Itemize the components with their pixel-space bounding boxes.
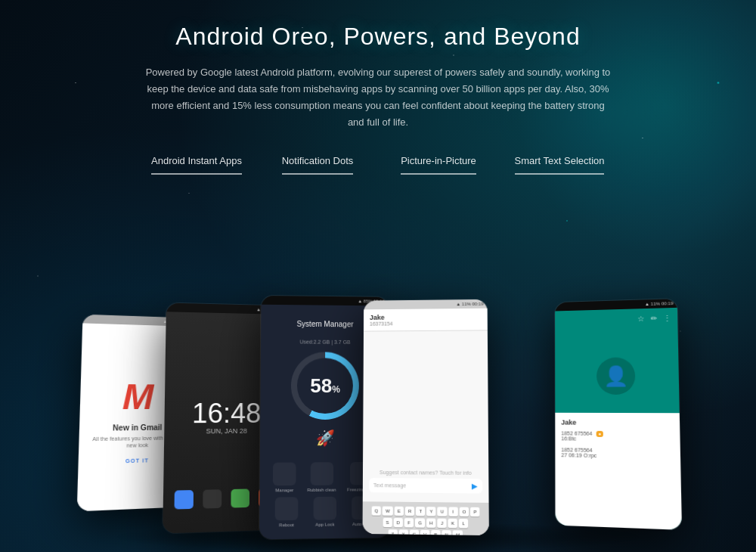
contact-badge: ● [596, 431, 603, 437]
sys-menu-manager: Manager [273, 463, 296, 493]
feature-label-android-instant-apps: Android Instant Apps [151, 154, 242, 174]
more-icon[interactable]: ⋮ [663, 314, 671, 322]
contact-phone-4-value: 27 06:19 O:rpc [561, 452, 674, 459]
key-u[interactable]: U [438, 507, 448, 516]
contact-name: Jake [561, 418, 673, 426]
phone-contact: ▲ 11% 00:19 ☆ ✏ ⋮ 👤 Jake 1852 675564 ● 1… [555, 299, 682, 530]
sys-menu-manager-icon [273, 463, 296, 486]
phones-showcase: ▲ 97% 16:48 M New in Gmail All the featu… [38, 234, 718, 552]
key-p[interactable]: P [470, 507, 479, 516]
feature-label-notification-dots: Notification Dots [282, 154, 354, 174]
contact-avatar: 👤 [596, 358, 636, 395]
sys-menu-reboot: Reboot [275, 497, 299, 527]
key-a[interactable]: S [383, 518, 392, 527]
feature-label-smart-text-selection: Smart Text Selection [515, 154, 605, 174]
phone-chat-screen: Jake 16373154 Suggest contact names? Tou… [363, 309, 489, 535]
send-icon[interactable]: ▶ [472, 482, 478, 490]
key-f[interactable]: G [415, 518, 425, 527]
key-n[interactable]: N [442, 530, 451, 535]
contact-avatar-area: 👤 [555, 328, 680, 413]
key-y[interactable]: Y [426, 507, 435, 516]
contact-phone-list: 1852 675564 ● 16:Btc 1852 675564 27 06:1… [561, 430, 674, 459]
system-gauge-inner: 58% [297, 358, 353, 414]
main-content: Android Oreo, Powers, and Beyond Powered… [0, 0, 756, 175]
key-k[interactable]: L [459, 519, 468, 528]
page-title: Android Oreo, Powers, and Beyond [45, 23, 711, 51]
star-icon[interactable]: ☆ [637, 315, 644, 323]
contact-phone-2: 16:Btc [561, 436, 674, 442]
sys-menu-applock-label: App Lock [315, 522, 334, 526]
phone-contact-screen: ☆ ✏ ⋮ 👤 Jake 1852 675564 ● 16:Btc 1852 6… [555, 308, 682, 530]
sys-menu-manager-label: Manager [275, 488, 293, 492]
features-list: Android Instant Apps Notification Dots P… [45, 154, 711, 174]
sys-menu-reboot-icon [275, 497, 299, 520]
keyboard-row-2: S D F G H J K L [366, 518, 486, 529]
chat-input[interactable]: Text message ▶ [369, 478, 482, 494]
key-g[interactable]: H [426, 518, 436, 527]
chat-header: Jake 16373154 [364, 309, 488, 332]
key-o[interactable]: O [459, 507, 469, 516]
key-e[interactable]: E [395, 507, 404, 516]
gmail-title: New in Gmail [113, 423, 162, 433]
key-h[interactable]: J [438, 519, 447, 528]
sys-menu-applock: App Lock [314, 497, 336, 527]
gmail-got-it-button[interactable]: GOT IT [125, 457, 149, 464]
feature-notification-dots: Notification Dots [257, 154, 378, 174]
system-manager-title: System Manager [297, 320, 354, 328]
sys-menu-reboot-label: Reboot [279, 523, 294, 527]
key-j[interactable]: K [448, 519, 457, 528]
key-t[interactable]: T [416, 507, 425, 516]
system-gauge-value: 58% [310, 374, 340, 398]
feature-label-picture-in-picture: Picture-in-Picture [401, 154, 476, 174]
gallery-app-icon [231, 488, 249, 507]
key-d[interactable]: F [404, 518, 414, 527]
edit-icon[interactable]: ✏ [651, 314, 657, 322]
contact-phone-3: 1852 675564 27 06:19 O:rpc [561, 447, 674, 459]
phone-chat: ▲ 11% 00:19 Jake 16373154 Suggest contac… [363, 299, 489, 535]
contact-info-body: Jake 1852 675564 ● 16:Btc 1852 675564 27… [555, 413, 682, 530]
contact-toolbar: ☆ ✏ ⋮ [555, 308, 677, 330]
google-app-icon [175, 490, 194, 509]
feature-android-instant-apps: Android Instant Apps [136, 154, 257, 174]
clock-display: 16:48 [192, 400, 262, 427]
feature-smart-text-selection: Smart Text Selection [499, 154, 620, 174]
sys-menu-applock-icon [314, 497, 336, 520]
key-m[interactable]: M [453, 530, 463, 535]
feature-picture-in-picture: Picture-in-Picture [378, 154, 499, 174]
chat-placeholder: Text message [373, 482, 469, 488]
gmail-logo: M [122, 376, 153, 417]
keyboard-row-1: Q W E R T Y U I O P [366, 506, 486, 516]
sys-menu-rubbish-icon [310, 462, 333, 485]
page-description: Powered by Google latest Android platfor… [144, 64, 612, 131]
keyboard: Q W E R T Y U I O P S D F G H J [363, 501, 489, 535]
sys-menu-rubbish-label: Rubbish clean [307, 488, 336, 492]
chat-body: Suggest contact names? Touch for info Te… [363, 330, 489, 503]
key-b[interactable]: B [431, 530, 440, 535]
system-gauge: 58% [291, 352, 359, 420]
key-q[interactable]: Q [371, 506, 381, 515]
chat-contact-number: 16373154 [370, 321, 482, 327]
sys-menu-rubbish: Rubbish clean [307, 462, 336, 492]
key-w[interactable]: W [383, 507, 393, 516]
key-s[interactable]: D [394, 518, 403, 527]
chat-suggestion: Suggest contact names? Touch for info [369, 470, 482, 476]
system-manager-used: Used:2.2 GB | 3.7 GB [299, 340, 350, 345]
settings-app-icon [203, 489, 222, 508]
key-r[interactable]: R [405, 507, 414, 516]
key-i[interactable]: I [448, 507, 457, 516]
